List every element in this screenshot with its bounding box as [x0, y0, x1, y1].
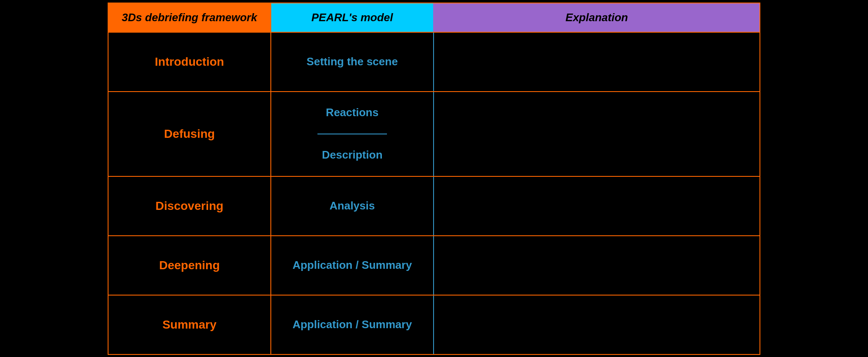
application-summary-summary-label: Application / Summary — [292, 318, 412, 331]
main-table: 3Ds debriefing framework PEARL's model E… — [108, 3, 760, 355]
application-summary-deepening-label: Application / Summary — [292, 259, 412, 272]
col3-introduction — [434, 33, 760, 91]
col2-defusing: Reactions Description — [271, 92, 434, 176]
header-col2-label: PEARL's model — [312, 11, 393, 24]
row-discovering: Discovering Analysis — [108, 176, 760, 235]
col3-summary — [434, 296, 760, 354]
col1-discovering: Discovering — [108, 177, 271, 235]
header-col3-label: Explanation — [565, 11, 628, 24]
header-col1-label: 3Ds debriefing framework — [122, 11, 257, 24]
description-sub: Description — [313, 134, 391, 176]
summary-label: Summary — [162, 318, 217, 332]
row-defusing: Defusing Reactions Description — [108, 91, 760, 176]
col2-discovering: Analysis — [271, 177, 434, 235]
description-label: Description — [322, 148, 382, 162]
row-introduction: Introduction Setting the scene — [108, 32, 760, 91]
header-col1: 3Ds debriefing framework — [108, 3, 271, 32]
row-summary: Summary Application / Summary — [108, 295, 760, 354]
col2-summary: Application / Summary — [271, 296, 434, 354]
col2-introduction: Setting the scene — [271, 33, 434, 91]
header-row: 3Ds debriefing framework PEARL's model E… — [108, 3, 760, 32]
col1-defusing: Defusing — [108, 92, 271, 176]
col2-deepening: Application / Summary — [271, 236, 434, 295]
introduction-label: Introduction — [155, 55, 224, 69]
analysis-label: Analysis — [330, 199, 375, 212]
col1-deepening: Deepening — [108, 236, 271, 295]
col3-discovering — [434, 177, 760, 235]
row-deepening: Deepening Application / Summary — [108, 235, 760, 295]
setting-the-scene-label: Setting the scene — [306, 55, 398, 68]
defusing-label: Defusing — [164, 127, 215, 141]
discovering-label: Discovering — [156, 199, 223, 213]
reactions-sub: Reactions — [317, 92, 387, 134]
col3-defusing — [434, 92, 760, 176]
header-col3: Explanation — [434, 3, 760, 32]
header-col2: PEARL's model — [271, 3, 434, 32]
deepening-label: Deepening — [159, 259, 220, 272]
col3-deepening — [434, 236, 760, 295]
col1-summary: Summary — [108, 296, 271, 354]
col1-introduction: Introduction — [108, 33, 271, 91]
reactions-label: Reactions — [326, 106, 378, 119]
